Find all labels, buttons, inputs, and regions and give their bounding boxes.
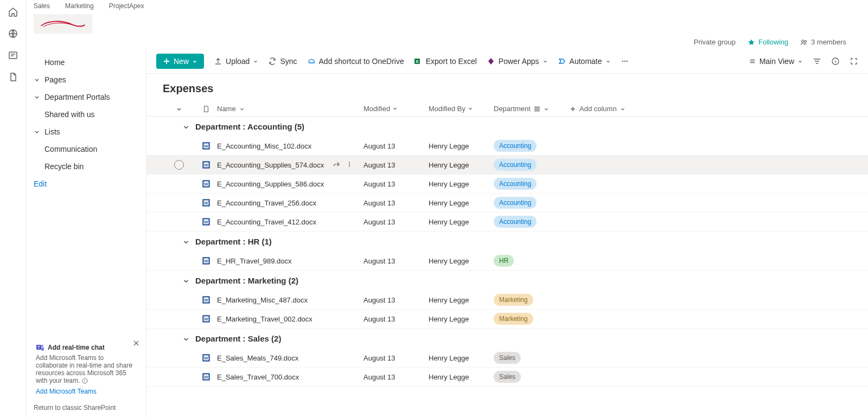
file-icon[interactable]: [202, 105, 210, 113]
members-button[interactable]: 3 members: [800, 38, 846, 46]
modified-by: Henry Legge: [429, 296, 494, 304]
globe-icon[interactable]: [8, 28, 18, 39]
file-row[interactable]: WE_Sales_Travel_700.docxAugust 13Henry L…: [146, 368, 868, 387]
hub-tab-sales[interactable]: Sales: [34, 2, 50, 10]
chevron-down-icon: [542, 59, 548, 64]
department-tag: Marketing: [494, 313, 533, 325]
word-icon: W: [195, 256, 217, 266]
file-name[interactable]: E_Sales_Meals_749.docx: [217, 354, 298, 362]
file-row[interactable]: WE_HR_Travel_989.docxAugust 13Henry Legg…: [146, 252, 868, 271]
file-row[interactable]: WE_Marketing_Travel_002.docxAugust 13Hen…: [146, 310, 868, 329]
file-row[interactable]: WE_Accounting_Supplies_586.docxAugust 13…: [146, 175, 868, 194]
file-name[interactable]: E_Accounting_Supplies_574.docx: [217, 161, 324, 169]
expand-button[interactable]: [850, 57, 858, 66]
chevron-down-icon[interactable]: [176, 106, 182, 112]
following-button[interactable]: Following: [748, 38, 788, 46]
teams-promo: T Add real-time chat Add Microsoft Teams…: [31, 339, 141, 400]
group-header[interactable]: Department : Accounting (5): [146, 117, 868, 137]
nav-pages[interactable]: Pages: [26, 71, 146, 88]
site-meta: Private group Following 3 members: [26, 37, 868, 49]
nav-lists[interactable]: Lists: [26, 123, 146, 140]
plus-icon: [163, 57, 170, 65]
hub-tab-projectapex[interactable]: ProjectApex: [109, 2, 144, 10]
col-modifiedby[interactable]: Modified By: [429, 105, 494, 113]
file-name[interactable]: E_Accounting_Travel_412.docx: [217, 218, 316, 226]
hub-tab-marketing[interactable]: Marketing: [65, 2, 94, 10]
modified-by: Henry Legge: [429, 161, 494, 169]
automate-button[interactable]: Automate: [558, 57, 611, 66]
svg-point-25: [349, 162, 350, 163]
upload-button[interactable]: Upload: [214, 57, 258, 66]
group-label: Department : Accounting (5): [195, 122, 304, 131]
chevron-down-icon: [34, 76, 40, 83]
filter-button[interactable]: [813, 57, 821, 66]
nav-recycle[interactable]: Recycle bin: [26, 158, 146, 175]
file-row[interactable]: WE_Accounting_Supplies_574.docxAugust 13…: [146, 156, 868, 175]
file-name[interactable]: E_Accounting_Supplies_586.docx: [217, 180, 324, 188]
file-row[interactable]: WE_Accounting_Travel_412.docxAugust 13He…: [146, 213, 868, 231]
file-name[interactable]: E_Accounting_Travel_256.docx: [217, 199, 316, 207]
svg-rect-18: [538, 110, 539, 111]
nav-communication[interactable]: Communication: [26, 140, 146, 158]
automate-icon: [558, 57, 566, 66]
modified-by: Henry Legge: [429, 218, 494, 226]
word-icon: W: [195, 179, 217, 189]
info-icon[interactable]: i: [82, 378, 88, 384]
sync-button[interactable]: Sync: [268, 57, 297, 66]
export-button[interactable]: XExport to Excel: [414, 57, 477, 66]
modified-date: August 13: [363, 373, 429, 381]
modified-by: Henry Legge: [429, 315, 494, 323]
col-department[interactable]: Department: [494, 105, 570, 113]
file-name[interactable]: E_Sales_Travel_700.docx: [217, 373, 299, 381]
hub-nav: Sales Marketing ProjectApex: [26, 0, 868, 10]
home-icon[interactable]: [8, 7, 18, 17]
nav-edit[interactable]: Edit: [26, 175, 146, 192]
plus-icon: [570, 106, 576, 112]
word-icon: W: [195, 372, 217, 382]
col-modified[interactable]: Modified: [363, 105, 429, 113]
chevron-down-icon: [620, 106, 626, 112]
file-name[interactable]: E_Accounting_Misc_102.docx: [217, 142, 311, 150]
file-row[interactable]: WE_Accounting_Travel_256.docxAugust 13He…: [146, 194, 868, 213]
modified-by: Henry Legge: [429, 373, 494, 381]
nav-home[interactable]: Home: [26, 54, 146, 71]
add-column-button[interactable]: Add column: [570, 105, 646, 113]
more-button[interactable]: [621, 57, 629, 66]
site-logo[interactable]: [34, 14, 92, 34]
file-name[interactable]: E_Marketing_Travel_002.docx: [217, 315, 312, 323]
file-name[interactable]: E_HR_Travel_989.docx: [217, 257, 292, 265]
file-row[interactable]: WE_Marketing_Misc_487.docxAugust 13Henry…: [146, 291, 868, 310]
more-icon: [621, 57, 629, 66]
file-row[interactable]: WE_Accounting_Misc_102.docxAugust 13Henr…: [146, 137, 868, 156]
col-name[interactable]: Name: [217, 105, 363, 113]
teams-promo-link[interactable]: Add Microsoft Teams: [36, 388, 136, 395]
new-button[interactable]: New: [156, 54, 204, 69]
group-icon: [534, 106, 540, 112]
group-header[interactable]: Department : Sales (2): [146, 329, 868, 349]
chevron-down-icon: [797, 59, 803, 64]
file-row[interactable]: WE_Sales_Meals_749.docxAugust 13Henry Le…: [146, 349, 868, 368]
teams-promo-title: Add real-time chat: [48, 344, 105, 351]
select-circle[interactable]: [174, 160, 184, 170]
group-header[interactable]: Department : HR (1): [146, 231, 868, 252]
column-headers: Name Modified Modified By Department Add…: [146, 101, 868, 117]
nav-dept-portals[interactable]: Department Portals: [26, 88, 146, 106]
nav-shared[interactable]: Shared with us: [26, 106, 146, 123]
group-header[interactable]: Department : Marketing (2): [146, 271, 868, 291]
files-icon[interactable]: [8, 72, 18, 82]
view-selector[interactable]: Main View: [749, 57, 803, 66]
close-icon[interactable]: [132, 339, 141, 348]
svg-point-2: [802, 40, 804, 42]
share-icon[interactable]: [333, 160, 340, 170]
info-button[interactable]: [831, 57, 840, 66]
news-icon[interactable]: [8, 50, 18, 61]
more-icon[interactable]: [346, 160, 353, 170]
return-classic-link[interactable]: Return to classic SharePoint: [26, 404, 146, 418]
shortcut-button[interactable]: Add shortcut to OneDrive: [307, 57, 404, 66]
chevron-down-icon: [182, 277, 190, 285]
modified-date: August 13: [363, 199, 429, 207]
powerapps-button[interactable]: Power Apps: [487, 57, 548, 66]
svg-point-27: [349, 165, 350, 166]
svg-point-3: [805, 40, 807, 42]
file-name[interactable]: E_Marketing_Misc_487.docx: [217, 296, 308, 304]
